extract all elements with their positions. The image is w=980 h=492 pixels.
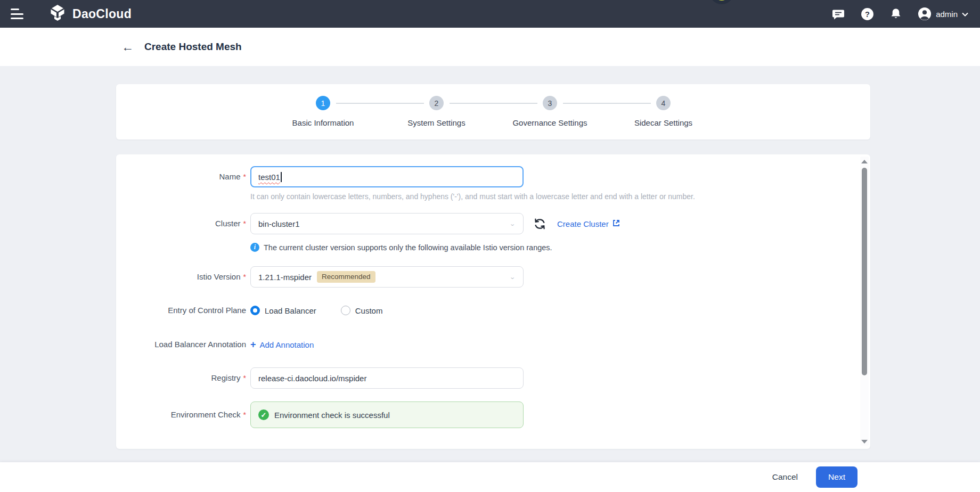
step-label: Basic Information	[292, 118, 354, 127]
svg-text:?: ?	[865, 10, 870, 18]
name-input[interactable]: test01	[250, 166, 524, 187]
step-circle: 4	[656, 96, 671, 110]
stepper-card: 1 Basic Information 2 System Settings 3 …	[116, 84, 870, 140]
feedback-icon[interactable]	[831, 7, 845, 21]
help-icon[interactable]: ?	[860, 7, 874, 21]
name-helper-row: It can only contain lowercase letters, n…	[250, 192, 980, 201]
required-asterisk: *	[243, 374, 246, 382]
required-asterisk: *	[243, 411, 246, 419]
registry-input-value: release-ci.daocloud.io/mspider	[258, 374, 366, 383]
load-balancer-annotation-label: Load Balancer Annotation	[116, 338, 246, 351]
chevron-down-icon: ⌄	[509, 220, 516, 227]
step-label: Sidecar Settings	[634, 118, 692, 127]
istio-version-select[interactable]: 1.21.1-mspider Recommended ⌄	[250, 266, 524, 288]
text-caret	[281, 172, 282, 182]
page-header: ← Create Hosted Mesh	[0, 28, 980, 66]
environment-check-message: Environment check is successful	[274, 411, 390, 420]
radio-label: Custom	[355, 306, 383, 315]
required-asterisk: *	[243, 173, 246, 181]
environment-check-label: Environment Check*	[116, 401, 246, 428]
cancel-button[interactable]: Cancel	[772, 472, 798, 482]
basic-information-form-card: Name* test01 It can only contain lowerca…	[116, 154, 870, 449]
name-input-value: test01	[258, 173, 280, 182]
environment-check-status: ✓ Environment check is successful	[250, 401, 524, 428]
step-governance-settings[interactable]: 3 Governance Settings	[493, 96, 607, 127]
step-circle: 2	[429, 96, 444, 110]
cluster-select[interactable]: bin-cluster1 ⌄	[250, 213, 524, 234]
step-basic-information[interactable]: 1 Basic Information	[266, 96, 380, 127]
step-circle: 3	[543, 96, 557, 110]
recommended-badge: Recommended	[317, 271, 375, 283]
radio-unselected-icon	[341, 306, 350, 315]
scrollbar-thumb[interactable]	[862, 168, 867, 375]
cluster-select-value: bin-cluster1	[258, 219, 300, 228]
brand-name: DaoCloud	[72, 7, 132, 21]
step-system-settings[interactable]: 2 System Settings	[380, 96, 493, 127]
back-arrow-icon[interactable]: ←	[121, 41, 134, 53]
external-link-icon	[612, 219, 620, 229]
plus-icon: +	[250, 340, 256, 349]
scrollbar-down-arrow[interactable]	[861, 440, 868, 444]
notifications-bell-icon[interactable]	[889, 7, 903, 21]
avatar-icon	[918, 7, 932, 21]
brand-logo[interactable]: DaoCloud	[48, 3, 132, 24]
name-helper-text: It can only contain lowercase letters, n…	[250, 192, 695, 201]
cluster-note-text: The current cluster version supports onl…	[264, 243, 552, 252]
scrollbar-up-arrow[interactable]	[861, 160, 868, 163]
entry-of-control-plane-label: Entry of Control Plane	[116, 301, 246, 319]
refresh-clusters-icon[interactable]	[533, 217, 546, 231]
step-circle: 1	[316, 96, 330, 110]
form-scrollbar[interactable]	[860, 157, 869, 446]
registry-label: Registry*	[116, 367, 246, 389]
add-annotation-button[interactable]: + Add Annotation	[250, 338, 314, 351]
assistant-peek-circle[interactable]	[709, 0, 734, 4]
user-menu[interactable]: admin	[918, 7, 968, 21]
create-cluster-link[interactable]: Create Cluster	[557, 219, 620, 229]
radio-label: Load Balancer	[265, 306, 316, 315]
istio-version-value: 1.21.1-mspider	[258, 273, 312, 282]
info-icon: i	[250, 243, 259, 252]
wizard-stepper: 1 Basic Information 2 System Settings 3 …	[266, 96, 720, 127]
radio-load-balancer[interactable]: Load Balancer	[250, 306, 316, 315]
chevron-down-icon: ⌄	[509, 274, 516, 281]
required-asterisk: *	[243, 273, 246, 281]
cluster-label: Cluster*	[116, 213, 246, 234]
page-title: Create Hosted Mesh	[144, 41, 242, 53]
menu-toggle-icon[interactable]	[11, 9, 24, 19]
step-label: System Settings	[407, 118, 465, 127]
chevron-down-icon	[962, 9, 968, 19]
istio-version-label: Istio Version*	[116, 266, 246, 288]
step-label: Governance Settings	[512, 118, 587, 127]
wizard-footer: Cancel Next	[0, 462, 980, 492]
top-navbar: DaoCloud ?	[0, 0, 980, 28]
daocloud-logo-icon	[48, 3, 67, 24]
add-annotation-label: Add Annotation	[260, 340, 314, 349]
username-label: admin	[936, 10, 958, 19]
required-asterisk: *	[243, 219, 246, 228]
cluster-note-row: i The current cluster version supports o…	[250, 243, 980, 252]
name-label: Name*	[116, 166, 246, 187]
success-check-icon: ✓	[258, 409, 269, 420]
registry-input[interactable]: release-ci.daocloud.io/mspider	[250, 367, 524, 389]
step-sidecar-settings[interactable]: 4 Sidecar Settings	[607, 96, 720, 127]
radio-selected-icon	[250, 306, 260, 315]
next-button[interactable]: Next	[816, 466, 858, 488]
radio-custom[interactable]: Custom	[341, 306, 383, 315]
